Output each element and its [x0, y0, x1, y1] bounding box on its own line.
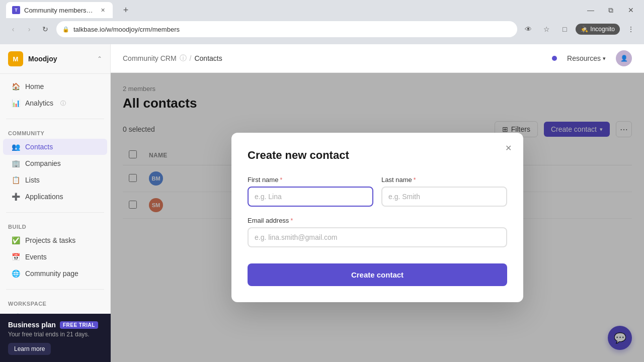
sidebar: M Moodjoy ⌃ 🏠 Home 📊 Analytics ⓘ COMMUNI… — [0, 44, 111, 362]
first-name-input[interactable] — [248, 187, 373, 207]
tab-title: Community members | Talkbase — [24, 7, 95, 14]
resources-label: Resources — [567, 54, 601, 62]
modal-backdrop[interactable]: Create new contact ✕ First name * — [111, 73, 644, 362]
user-avatar[interactable]: 👤 — [616, 50, 632, 66]
modal-close-button[interactable]: ✕ — [501, 141, 515, 155]
workspace-avatar: M — [8, 51, 23, 66]
sidebar-item-label-community-page: Community page — [25, 269, 78, 278]
email-group: Email address * — [248, 217, 507, 247]
browser-tabs: T Community members | Talkbase ✕ + — ⧉ ✕ — [0, 0, 644, 18]
window-controls: — ⧉ ✕ — [584, 3, 638, 17]
tab-favicon: T — [12, 6, 20, 14]
contacts-icon: 👥 — [11, 142, 20, 151]
sidebar-item-label-applications: Applications — [25, 193, 63, 201]
sidebar-item-label-lists: Lists — [25, 176, 40, 184]
breadcrumb-current: Contacts — [194, 54, 222, 62]
lists-icon: 📋 — [11, 175, 20, 185]
sidebar-item-lists[interactable]: 📋 Lists — [3, 172, 107, 188]
last-name-input[interactable] — [381, 187, 507, 207]
back-button[interactable]: ‹ — [6, 22, 20, 36]
close-window-button[interactable]: ✕ — [624, 3, 638, 17]
active-tab[interactable]: T Community members | Talkbase ✕ — [6, 2, 113, 18]
eye-off-icon[interactable]: 👁 — [521, 22, 535, 36]
banner-title: Business plan — [8, 321, 56, 329]
companies-icon: 🏢 — [11, 159, 20, 168]
analytics-info-icon: ⓘ — [60, 100, 66, 107]
breadcrumb-info-icon: ⓘ — [180, 54, 187, 63]
breadcrumb: Community CRM ⓘ / Contacts — [123, 54, 548, 63]
free-trial-badge: FREE TRIAL — [60, 321, 98, 329]
sidebar-item-analytics[interactable]: 📊 Analytics ⓘ — [3, 95, 107, 111]
incognito-button[interactable]: 🕵 Incognito — [576, 24, 620, 35]
banner-description: Your free trial ends in 21 days. — [8, 331, 103, 338]
nav-buttons: ‹ › ↻ — [6, 22, 52, 36]
first-name-group: First name * — [248, 176, 373, 207]
bookmark-icon[interactable]: ☆ — [539, 22, 553, 36]
header-right: Resources ▾ 👤 — [552, 50, 632, 66]
main-nav-section: 🏠 Home 📊 Analytics ⓘ — [0, 74, 110, 116]
status-indicator — [552, 56, 557, 61]
events-icon: 📅 — [11, 252, 20, 261]
divider-2 — [6, 212, 104, 213]
sidebar-item-label-home: Home — [25, 82, 44, 90]
analytics-icon: 📊 — [11, 99, 20, 108]
last-name-required: * — [414, 176, 416, 184]
build-section-label: BUILD — [0, 220, 110, 232]
sidebar-item-applications[interactable]: ➕ Applications — [3, 189, 107, 205]
maximize-button[interactable]: ⧉ — [604, 3, 618, 17]
community-page-icon: 🌐 — [11, 269, 20, 278]
browser-actions: 👁 ☆ □ 🕵 Incognito ⋮ — [521, 22, 638, 36]
projects-icon: ✅ — [11, 236, 20, 245]
incognito-icon: 🕵 — [581, 26, 588, 33]
browser-toolbar: ‹ › ↻ 🔒 talkbase.io/w/moodjoy/crm/member… — [0, 18, 644, 40]
community-section-label: COMMUNITY — [0, 126, 110, 138]
extension-icon[interactable]: □ — [557, 22, 572, 36]
modal-submit-button[interactable]: Create contact — [248, 263, 507, 286]
last-name-label: Last name * — [381, 176, 507, 184]
sidebar-item-label-analytics: Analytics — [25, 99, 53, 107]
lock-icon: 🔒 — [62, 26, 69, 33]
divider-3 — [6, 289, 104, 290]
minimize-button[interactable]: — — [584, 3, 598, 17]
new-tab-button[interactable]: + — [119, 3, 133, 17]
last-name-group: Last name * — [381, 176, 507, 207]
first-name-label: First name * — [248, 176, 373, 184]
sidebar-item-label-events: Events — [25, 253, 47, 261]
resources-button[interactable]: Resources ▾ — [563, 52, 610, 64]
create-contact-modal: Create new contact ✕ First name * — [231, 133, 523, 302]
sidebar-header: M Moodjoy ⌃ — [0, 44, 110, 74]
main-header: Community CRM ⓘ / Contacts Resources ▾ 👤 — [111, 44, 644, 73]
workspace-name: Moodjoy — [28, 55, 92, 63]
forward-button[interactable]: › — [22, 22, 36, 36]
sidebar-item-contacts[interactable]: 👥 Contacts — [3, 139, 107, 155]
main-content: 2 members All contacts 0 selected ⊞ Filt… — [111, 73, 644, 362]
learn-more-button[interactable]: Learn more — [8, 343, 51, 355]
applications-icon: ➕ — [11, 192, 20, 201]
first-name-required: * — [280, 176, 282, 184]
incognito-label: Incognito — [590, 26, 615, 33]
breadcrumb-separator: / — [190, 54, 192, 62]
menu-button[interactable]: ⋮ — [624, 22, 638, 36]
workspace-toggle[interactable]: ⌃ — [97, 55, 102, 62]
email-input[interactable] — [248, 227, 507, 247]
divider-1 — [6, 119, 104, 119]
chevron-down-icon: ▾ — [603, 55, 606, 62]
breadcrumb-root[interactable]: Community CRM — [123, 54, 177, 62]
modal-title: Create new contact — [248, 149, 507, 162]
sidebar-item-community-page[interactable]: 🌐 Community page — [3, 265, 107, 282]
sidebar-item-events[interactable]: 📅 Events — [3, 249, 107, 265]
app-container: M Moodjoy ⌃ 🏠 Home 📊 Analytics ⓘ COMMUNI… — [0, 44, 644, 362]
url-text: talkbase.io/w/moodjoy/crm/members — [73, 26, 180, 33]
main-area: Community CRM ⓘ / Contacts Resources ▾ 👤… — [111, 44, 644, 362]
tab-close-button[interactable]: ✕ — [99, 6, 107, 14]
browser-chrome: T Community members | Talkbase ✕ + — ⧉ ✕… — [0, 0, 644, 44]
name-fields-row: First name * Last name * — [248, 176, 507, 207]
reload-button[interactable]: ↻ — [38, 22, 52, 36]
sidebar-item-projects[interactable]: ✅ Projects & tasks — [3, 232, 107, 248]
sidebar-item-home[interactable]: 🏠 Home — [3, 78, 107, 95]
sidebar-item-companies[interactable]: 🏢 Companies — [3, 155, 107, 171]
workspace-section-label: WORKSPACE — [0, 297, 110, 309]
email-label: Email address * — [248, 217, 507, 224]
address-bar[interactable]: 🔒 talkbase.io/w/moodjoy/crm/members — [56, 21, 517, 37]
sidebar-item-label-contacts: Contacts — [25, 143, 53, 151]
